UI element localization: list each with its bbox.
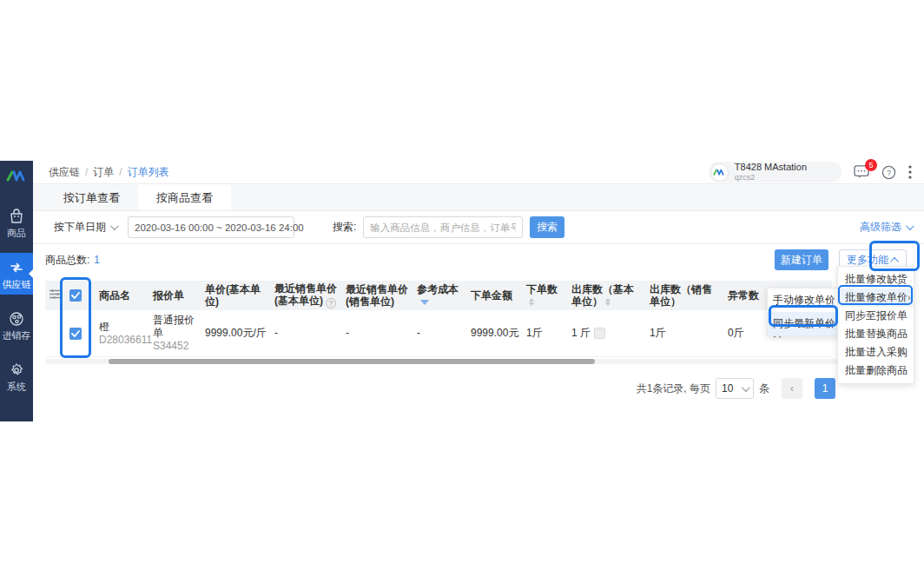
search-label: 搜索:	[333, 220, 356, 235]
column-settings-icon[interactable]	[45, 281, 66, 310]
breadcrumb-item[interactable]: 订单列表	[128, 165, 169, 180]
sidebar-item-label: 供应链	[3, 279, 31, 289]
search-button[interactable]: 搜索	[530, 216, 564, 238]
tab-2[interactable]: 按商品查看	[138, 184, 231, 210]
more-menu-item-4[interactable]: 批量替换商品	[838, 325, 914, 343]
column-header: 最近销售单价(基本单位)?	[271, 281, 342, 310]
date-field-selector[interactable]: 按下单日期	[54, 220, 116, 235]
top-bar: 供应链/订单/订单列表 T8428 MAstation qzcs2	[33, 161, 924, 184]
more-functions-menu: 批量修改缺货批量修改单价›同步至报价单批量替换商品批量进入采购批量删除商品	[837, 266, 914, 384]
outbound-sale-cell: 1斤	[646, 310, 724, 357]
sidebar-menu: 商品供应链进销存系统	[0, 192, 33, 397]
column-header: 单价(基本单位)	[201, 281, 271, 310]
sidebar-item-label: 商品	[7, 228, 26, 238]
chevron-down-icon	[110, 222, 119, 230]
more-menu-item-5[interactable]: 批量进入采购	[838, 343, 914, 361]
sub-menu-item-2[interactable]: 同步最新单价	[768, 312, 838, 335]
breadcrumb-item[interactable]: 供应链	[49, 165, 80, 180]
recent-price-sale-cell: -	[342, 310, 413, 357]
column-header[interactable]: 参考成本	[413, 281, 467, 310]
messages-icon[interactable]: 5	[854, 165, 869, 179]
help-icon[interactable]: ?	[881, 165, 896, 180]
product-name-cell: 橙D28036611	[96, 310, 149, 357]
quote-cell: 普通报价单S34452	[149, 310, 201, 357]
checkbox-checked[interactable]	[69, 289, 82, 302]
sidebar-item-4[interactable]: 系统	[0, 355, 33, 397]
sidebar: 商品供应链进销存系统	[0, 161, 33, 421]
topbar-right: T8428 MAstation qzcs2 5 ?	[709, 162, 924, 182]
notification-badge: 5	[865, 159, 877, 171]
sub-menu-item-1[interactable]: 手动修改单价	[768, 288, 838, 312]
sidebar-item-1[interactable]: 商品	[0, 202, 33, 243]
date-range-value: 2020-03-16 00:00 ~ 2020-03-16 24:00	[135, 222, 304, 233]
user-account-button[interactable]: T8428 MAstation qzcs2	[709, 162, 842, 182]
tab-1[interactable]: 按订单查看	[45, 184, 138, 210]
app-logo-icon	[0, 161, 33, 192]
column-header: 异常数	[724, 281, 764, 310]
avatar	[710, 163, 729, 182]
page-1-button[interactable]: 1	[815, 378, 835, 399]
chevron-down-icon	[742, 383, 750, 392]
new-order-button[interactable]: 新建订单	[775, 249, 828, 270]
page-size-unit: 条	[759, 381, 769, 396]
breadcrumb-separator: /	[119, 166, 122, 178]
table-row: 橙D28036611普通报价单S344529999.00元/斤---9999.0…	[45, 310, 832, 357]
app-window: 商品供应链进销存系统 供应链/订单/订单列表 T8428 MAstation q…	[0, 0, 924, 577]
search-input[interactable]	[363, 216, 523, 238]
more-menu-item-2[interactable]: 批量修改单价›	[838, 288, 914, 307]
prev-page-button[interactable]: ‹	[782, 378, 802, 399]
more-options-icon[interactable]	[908, 165, 912, 179]
date-field-label: 按下单日期	[54, 220, 106, 235]
more-menu-item-6[interactable]: 批量删除商品	[838, 361, 914, 380]
advanced-filter-link[interactable]: 高级筛选	[860, 220, 912, 235]
more-menu-item-1[interactable]: 批量修改缺货	[838, 270, 914, 288]
filter-dropdown-icon[interactable]	[420, 300, 429, 305]
order-amount-cell: 9999.00元	[467, 310, 523, 357]
column-header: 出库数（销售单位）	[646, 281, 724, 310]
info-icon[interactable]: ?	[326, 298, 336, 308]
advanced-filter-label: 高级筛选	[860, 220, 901, 235]
date-range-input[interactable]: 2020-03-16 00:00 ~ 2020-03-16 24:00	[128, 216, 294, 238]
ref-cost-cell: -	[413, 310, 467, 357]
sidebar-item-3[interactable]: 进销存	[0, 304, 33, 346]
pagination: 共1条记录, 每页 10 条 ‹ 1	[33, 378, 835, 399]
sidebar-item-label: 系统	[7, 381, 26, 392]
breadcrumb: 供应链/订单/订单列表	[49, 165, 169, 180]
table-header-row: 商品名报价单单价(基本单位)最近销售单价(基本单位)?最近销售单价(销售单位)参…	[45, 281, 832, 310]
supply-chain-icon	[8, 259, 25, 276]
total-count-label: 商品总数:	[45, 253, 89, 268]
outbound-base-cell: 1 斤	[568, 310, 646, 357]
price-edit-submenu: 手动修改单价同步最新单价	[767, 288, 839, 336]
recent-price-base-cell: -	[271, 310, 342, 357]
record-count-text: 共1条记录, 每页	[637, 381, 710, 396]
column-header: 报价单	[149, 281, 201, 310]
gear-icon	[8, 361, 25, 379]
column-header: 商品名	[96, 281, 149, 310]
user-subname: qzcs2	[735, 173, 807, 182]
bag-icon	[8, 208, 25, 225]
svg-text:?: ?	[887, 168, 891, 176]
sidebar-item-2[interactable]: 供应链	[0, 253, 33, 295]
page-size-select[interactable]: 10	[716, 378, 754, 399]
sort-icon[interactable]	[605, 298, 610, 306]
user-names: T8428 MAstation qzcs2	[735, 162, 807, 182]
breadcrumb-separator: /	[85, 166, 88, 178]
column-header[interactable]: 下单数	[523, 281, 568, 310]
column-header: 最近销售单价(销售单位)	[342, 281, 413, 310]
inventory-icon	[8, 310, 25, 328]
column-header: 下单金额	[467, 281, 523, 310]
column-header[interactable]: 出库数（基本单位）	[568, 281, 646, 310]
abnormal-qty-cell: 0斤	[724, 310, 764, 357]
detail-icon[interactable]	[594, 328, 605, 339]
summary-row: 商品总数: 1 新建订单 更多功能	[33, 244, 924, 275]
breadcrumb-item[interactable]: 订单	[93, 165, 114, 180]
more-functions-label: 更多功能	[847, 253, 888, 268]
user-name: T8428 MAstation	[735, 162, 807, 171]
select-all-checkbox[interactable]	[66, 281, 96, 310]
checkbox-checked[interactable]	[69, 328, 82, 340]
more-menu-item-3[interactable]: 同步至报价单	[838, 307, 914, 325]
horizontal-scrollbar-thumb[interactable]	[109, 359, 595, 364]
product-table: 商品名报价单单价(基本单位)最近销售单价(基本单位)?最近销售单价(销售单位)参…	[45, 281, 832, 357]
sort-icon[interactable]	[529, 298, 534, 306]
chevron-down-icon	[906, 222, 914, 230]
